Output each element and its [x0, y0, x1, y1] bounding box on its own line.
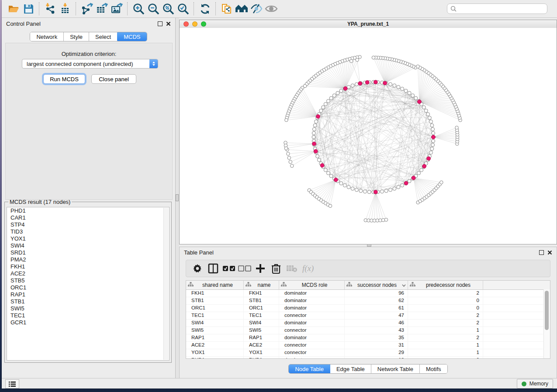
leaf-node[interactable] — [284, 147, 288, 150]
table-row[interactable]: SWI4SWI4dominator462 — [186, 320, 550, 327]
ring-node[interactable] — [329, 174, 333, 178]
leaf-node[interactable] — [416, 65, 420, 69]
table-cell[interactable]: dominator — [279, 297, 345, 304]
ring-node[interactable] — [363, 190, 367, 193]
table-scrollbar[interactable] — [543, 289, 550, 358]
table-cell[interactable]: 61 — [345, 305, 408, 312]
tab-node-table[interactable]: Node Table — [288, 364, 331, 374]
mcds-hub-node[interactable] — [343, 86, 347, 90]
column-header-name[interactable]: name — [244, 281, 279, 289]
column-header-successor-nodes[interactable]: successor nodes — [345, 281, 408, 289]
table-cell[interactable]: 1 — [408, 327, 483, 334]
ring-node[interactable] — [397, 186, 400, 189]
ring-node[interactable] — [359, 189, 363, 193]
import-table-icon[interactable] — [58, 1, 73, 16]
ring-node[interactable] — [316, 155, 319, 158]
ring-node[interactable] — [411, 94, 415, 97]
close-panel-button[interactable]: Close panel — [91, 74, 136, 84]
table-cell[interactable]: ACE2 — [186, 342, 244, 349]
table-cell[interactable]: 2 — [408, 290, 483, 297]
table-cell[interactable]: dominator — [279, 305, 345, 312]
import-network-icon[interactable] — [43, 1, 58, 16]
leaf-node[interactable] — [349, 59, 353, 63]
ring-node[interactable] — [408, 179, 411, 183]
first-neighbors-icon[interactable] — [234, 1, 249, 16]
select-all-icon[interactable] — [221, 261, 237, 275]
table-cell[interactable]: 2 — [408, 334, 483, 341]
column-header-predecessor-nodes[interactable]: predecessor nodes — [408, 281, 483, 289]
ring-node[interactable] — [326, 172, 330, 175]
network-canvas[interactable] — [180, 28, 557, 244]
result-list-item[interactable]: PMA2 — [7, 256, 169, 263]
run-mcds-button[interactable]: Run MCDS — [43, 74, 85, 84]
result-list-item[interactable]: RAP1 — [7, 291, 169, 298]
table-cell[interactable]: 46 — [345, 320, 408, 327]
mcds-hub-node[interactable] — [427, 157, 431, 161]
tab-motifs[interactable]: Motifs — [420, 364, 447, 373]
result-list-item[interactable]: ACE2 — [7, 270, 169, 277]
table-cell[interactable]: SWI4 — [244, 320, 279, 327]
table-cell[interactable]: TEC1 — [244, 312, 279, 319]
tab-mcds[interactable]: MCDS — [117, 32, 147, 41]
ring-node[interactable] — [429, 120, 432, 124]
ring-node[interactable] — [430, 147, 434, 151]
ring-node[interactable] — [431, 143, 435, 147]
result-list-item[interactable]: YOX1 — [7, 235, 169, 242]
table-cell[interactable]: 1 — [408, 349, 483, 356]
table-cell[interactable]: SWI5 — [186, 327, 244, 334]
ring-node[interactable] — [430, 124, 434, 127]
function-builder-icon[interactable]: f(x) — [302, 264, 314, 273]
ring-node[interactable] — [397, 85, 400, 89]
ring-node[interactable] — [332, 94, 336, 97]
ring-node[interactable] — [401, 184, 404, 187]
export-network-icon[interactable] — [80, 1, 94, 16]
task-history-button[interactable] — [5, 379, 19, 389]
table-cell[interactable]: ORC1 — [186, 305, 244, 312]
ring-node[interactable] — [317, 158, 321, 162]
table-cell[interactable]: ACE2 — [244, 342, 279, 349]
mcds-hub-node[interactable] — [412, 176, 415, 180]
mcds-hub-node[interactable] — [320, 163, 324, 167]
table-cell[interactable]: FKH1 — [244, 290, 279, 297]
table-row[interactable]: PHD1PHD1dominator180 — [186, 357, 550, 359]
ring-node[interactable] — [312, 127, 316, 131]
result-list-item[interactable]: SRD1 — [7, 249, 169, 256]
table-row[interactable]: TEC1TEC1connector472 — [186, 312, 550, 320]
table-cell[interactable]: 0 — [408, 357, 483, 359]
table-settings-gear-icon[interactable] — [190, 261, 205, 275]
zoom-selected-icon[interactable] — [176, 1, 190, 16]
ring-node[interactable] — [384, 189, 388, 193]
leaf-node[interactable] — [440, 181, 443, 184]
tab-edge-table[interactable]: Edge Table — [330, 364, 371, 373]
ring-node[interactable] — [324, 102, 327, 106]
refresh-layout-icon[interactable] — [197, 1, 212, 16]
table-cell[interactable]: FKH1 — [186, 290, 244, 297]
ring-node[interactable] — [432, 139, 435, 143]
ring-node[interactable] — [351, 187, 354, 190]
leaf-node[interactable] — [329, 204, 332, 208]
mcds-hub-node[interactable] — [358, 82, 362, 86]
mcds-hub-node[interactable] — [334, 178, 338, 182]
result-list-item[interactable]: STP4 — [7, 221, 169, 228]
result-list-item[interactable]: FKH1 — [7, 263, 169, 270]
table-row[interactable]: SWI5SWI5connector431 — [186, 327, 550, 334]
table-cell[interactable]: STB1 — [186, 297, 244, 304]
delete-table-icon[interactable] — [284, 261, 300, 275]
ring-node[interactable] — [351, 84, 354, 87]
open-session-icon[interactable] — [6, 1, 21, 16]
zoom-in-icon[interactable] — [131, 1, 146, 16]
zoom-out-icon[interactable] — [146, 1, 161, 16]
tab-network[interactable]: Network — [30, 32, 64, 41]
table-cell[interactable]: connector — [279, 349, 345, 356]
table-cell[interactable]: connector — [279, 327, 345, 334]
ring-node[interactable] — [319, 109, 323, 113]
result-list-item[interactable]: PHD1 — [7, 207, 169, 214]
ring-node[interactable] — [326, 99, 330, 103]
table-cell[interactable]: 0 — [408, 305, 483, 312]
table-row[interactable]: YOX1YOX1connector291 — [186, 349, 550, 357]
table-cell[interactable]: 96 — [345, 290, 408, 297]
ring-node[interactable] — [389, 83, 392, 86]
table-cell[interactable]: 0 — [408, 297, 483, 304]
table-cell[interactable]: 2 — [408, 320, 483, 327]
close-panel-icon[interactable] — [166, 21, 171, 26]
